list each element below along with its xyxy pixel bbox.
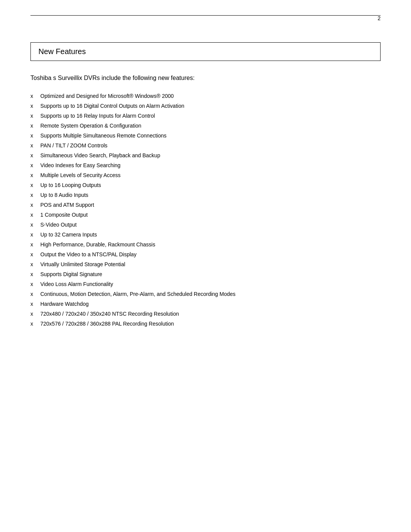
list-item: xOutput the Video to a NTSC/PAL Display	[30, 251, 381, 259]
bullet-icon: x	[30, 181, 36, 189]
bullet-icon: x	[30, 320, 36, 328]
list-item: xSupports up to 16 Relay Inputs for Alar…	[30, 112, 381, 120]
page-container: 2 New Features Toshiba s Surveillix DVRs…	[0, 0, 411, 532]
list-item: xSupports Multiple Simultaneous Remote C…	[30, 132, 381, 140]
bullet-icon: x	[30, 310, 36, 318]
bullet-icon: x	[30, 260, 36, 268]
list-item: xPAN / TILT / ZOOM Controls	[30, 142, 381, 150]
feature-text: POS and ATM Support	[40, 201, 381, 209]
feature-text: S-Video Output	[40, 221, 381, 229]
feature-text: Simultaneous Video Search, Playback and …	[40, 152, 381, 160]
feature-text: 1 Composite Output	[40, 211, 381, 219]
bullet-icon: x	[30, 251, 36, 259]
bullet-icon: x	[30, 191, 36, 199]
feature-text: Supports Multiple Simultaneous Remote Co…	[40, 132, 381, 140]
bullet-icon: x	[30, 122, 36, 130]
section-heading-box: New Features	[30, 42, 381, 61]
list-item: x720x480 / 720x240 / 350x240 NTSC Record…	[30, 310, 381, 318]
bullet-icon: x	[30, 290, 36, 298]
feature-text: Output the Video to a NTSC/PAL Display	[40, 251, 381, 259]
feature-text: Supports up to 16 Digital Control Output…	[40, 102, 381, 110]
feature-text: Multiple Levels of Security Access	[40, 171, 381, 179]
feature-text: Supports up to 16 Relay Inputs for Alarm…	[40, 112, 381, 120]
bullet-icon: x	[30, 201, 36, 209]
list-item: xVirtually Unlimited Storage Potential	[30, 260, 381, 268]
feature-text: Up to 32 Camera Inputs	[40, 231, 381, 239]
list-item: xHardware Watchdog	[30, 300, 381, 308]
bullet-icon: x	[30, 280, 36, 288]
bullet-icon: x	[30, 142, 36, 150]
bullet-icon: x	[30, 270, 36, 278]
bullet-icon: x	[30, 132, 36, 140]
feature-text: Supports Digital Signature	[40, 270, 381, 278]
bullet-icon: x	[30, 102, 36, 110]
list-item: xOptimized and Designed for Microsoft® W…	[30, 92, 381, 100]
bullet-icon: x	[30, 300, 36, 308]
list-item: xMultiple Levels of Security Access	[30, 171, 381, 179]
list-item: xVideo Indexes for Easy Searching	[30, 161, 381, 169]
feature-text: High Performance, Durable, Rackmount Cha…	[40, 241, 381, 249]
page-number: 2	[378, 15, 381, 21]
section-heading: New Features	[38, 47, 86, 56]
feature-text: 720x480 / 720x240 / 350x240 NTSC Recordi…	[40, 310, 381, 318]
feature-text: Video Indexes for Easy Searching	[40, 161, 381, 169]
bullet-icon: x	[30, 171, 36, 179]
list-item: xUp to 32 Camera Inputs	[30, 231, 381, 239]
list-item: xUp to 8 Audio Inputs	[30, 191, 381, 199]
list-item: xSupports Digital Signature	[30, 270, 381, 278]
feature-text: Up to 16 Looping Outputs	[40, 181, 381, 189]
list-item: xContinuous, Motion Detection, Alarm, Pr…	[30, 290, 381, 298]
bullet-icon: x	[30, 152, 36, 160]
list-item: xSimultaneous Video Search, Playback and…	[30, 152, 381, 160]
feature-text: Continuous, Motion Detection, Alarm, Pre…	[40, 290, 381, 298]
feature-text: Video Loss Alarm Functionality	[40, 280, 381, 288]
list-item: x1 Composite Output	[30, 211, 381, 219]
list-item: xSupports up to 16 Digital Control Outpu…	[30, 102, 381, 110]
list-item: xPOS and ATM Support	[30, 201, 381, 209]
bullet-icon: x	[30, 112, 36, 120]
feature-text: Remote System Operation & Configuration	[40, 122, 381, 130]
bullet-icon: x	[30, 161, 36, 169]
top-rule	[30, 15, 381, 16]
features-list: xOptimized and Designed for Microsoft® W…	[30, 92, 381, 328]
bullet-icon: x	[30, 231, 36, 239]
feature-text: Optimized and Designed for Microsoft® Wi…	[40, 92, 381, 100]
bullet-icon: x	[30, 221, 36, 229]
feature-text: Up to 8 Audio Inputs	[40, 191, 381, 199]
feature-text: 720x576 / 720x288 / 360x288 PAL Recordin…	[40, 320, 381, 328]
intro-text: Toshiba s Surveillix DVRs include the fo…	[30, 75, 381, 81]
list-item: xHigh Performance, Durable, Rackmount Ch…	[30, 241, 381, 249]
list-item: xVideo Loss Alarm Functionality	[30, 280, 381, 288]
list-item: xUp to 16 Looping Outputs	[30, 181, 381, 189]
feature-text: PAN / TILT / ZOOM Controls	[40, 142, 381, 150]
bullet-icon: x	[30, 92, 36, 100]
bullet-icon: x	[30, 241, 36, 249]
list-item: x720x576 / 720x288 / 360x288 PAL Recordi…	[30, 320, 381, 328]
list-item: xRemote System Operation & Configuration	[30, 122, 381, 130]
feature-text: Virtually Unlimited Storage Potential	[40, 260, 381, 268]
bullet-icon: x	[30, 211, 36, 219]
feature-text: Hardware Watchdog	[40, 300, 381, 308]
list-item: xS-Video Output	[30, 221, 381, 229]
